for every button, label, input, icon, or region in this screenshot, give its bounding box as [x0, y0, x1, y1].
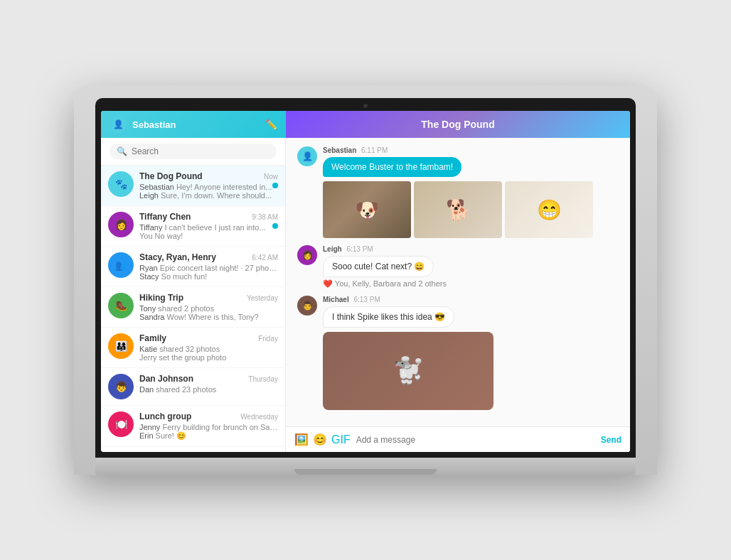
msg-avatar-sebastian: 👤 [297, 146, 317, 166]
app-container: 👤 Sebastian ✏️ The Dog Pound 🔍 [101, 111, 630, 452]
msg-time: 6:11 PM [361, 146, 388, 154]
edit-icon[interactable]: ✏️ [265, 119, 277, 130]
msg-bubble: Welcome Buster to the fambam! [323, 157, 461, 177]
convo-avatar: 👥 [108, 252, 134, 278]
input-icons: 🖼️ 😊 GIF [294, 433, 351, 446]
convo-top: Hiking Trip Yesterday [139, 293, 278, 303]
convo-content: The Dog Pound Now Sebastian Hey! Anyone … [139, 171, 278, 200]
msg-single-image[interactable] [323, 332, 493, 410]
msg-sender: Leigh [323, 245, 342, 253]
messages-container: 👤 Sebastian 6:11 PM Welcome Buster to th… [286, 138, 630, 426]
search-input-wrap[interactable]: 🔍 [110, 144, 277, 159]
message-input[interactable] [356, 435, 595, 445]
app-body: 🔍 🐾 The Dog Pound [101, 138, 630, 452]
msg-body: Michael 6:13 PM I think Spike likes this… [323, 296, 619, 410]
search-input[interactable] [132, 146, 270, 156]
msg-time: 6:13 PM [353, 296, 380, 303]
msg-avatar-leigh: 👩 [297, 245, 317, 265]
convo-time: Wednesday [240, 413, 278, 421]
chat-title: The Dog Pound [421, 119, 494, 130]
image-attach-icon[interactable]: 🖼️ [294, 433, 309, 446]
screen-bezel: 👤 Sebastian ✏️ The Dog Pound 🔍 [95, 98, 636, 458]
convo-avatar: 👦 [108, 374, 134, 399]
convo-preview: Tiffany I can't believe I just ran into.… [139, 223, 278, 232]
convo-name: Family [139, 333, 166, 343]
convo-item-lunch-group[interactable]: 🍽️ Lunch group Wednesday Jenny Ferry bui… [101, 406, 285, 447]
convo-time: Thursday [248, 375, 278, 383]
convo-name: Tiffany Chen [139, 212, 191, 222]
dog-image-4[interactable] [323, 332, 493, 410]
convo-preview2: Leigh Sure, I'm down. Where should... [139, 191, 278, 200]
convo-preview: Dan shared 23 photos [139, 385, 278, 394]
user-avatar: 👤 [110, 116, 127, 133]
message-group-leigh: 👩 Leigh 6:13 PM Sooo cute! Cat next? 😄 ❤… [297, 245, 619, 289]
convo-item-tiffany-chen[interactable]: 👩 Tiffany Chen 9:38 AM Tiffany I can't b… [101, 206, 285, 247]
convo-preview2: Sandra Wow! Where is this, Tony? [139, 313, 278, 321]
msg-time: 6:13 PM [346, 245, 373, 253]
convo-top: Stacy, Ryan, Henry 6:42 AM [139, 252, 278, 262]
convo-name: Stacy, Ryan, Henry [139, 252, 216, 262]
msg-sender: Michael [323, 296, 349, 303]
msg-bubble: Sooo cute! Cat next? 😄 [323, 256, 434, 277]
convo-item-the-dog-pound[interactable]: 🐾 The Dog Pound Now Sebastian Hey! Anyon… [101, 166, 285, 206]
convo-top: The Dog Pound Now [139, 171, 278, 181]
message-group-sebastian: 👤 Sebastian 6:11 PM Welcome Buster to th… [297, 146, 619, 238]
convo-name: Dan Johnson [139, 374, 193, 384]
convo-preview2: You No way! [139, 232, 278, 240]
convo-content: Hiking Trip Yesterday Tony shared 2 phot… [139, 293, 278, 321]
convo-preview: Jenny Ferry building for brunch on Satur… [139, 423, 278, 431]
conversations-list: 🐾 The Dog Pound Now Sebastian Hey! Anyon… [101, 166, 285, 452]
convo-preview2: Erin Sure! 😊 [139, 431, 278, 441]
msg-bubble: I think Spike likes this idea 😎 [323, 306, 454, 328]
emoji-icon[interactable]: 😊 [313, 433, 327, 446]
sidebar: 🔍 🐾 The Dog Pound [101, 138, 286, 452]
dog-image-2[interactable] [414, 181, 502, 238]
gif-icon[interactable]: GIF [331, 434, 351, 446]
convo-content: Stacy, Ryan, Henry 6:42 AM Ryan Epic con… [139, 252, 278, 281]
convo-preview2: Jerry set the group photo [139, 353, 278, 362]
convo-avatar: 🐾 [108, 171, 134, 197]
msg-reaction: ❤️ You, Kelly, Barbara and 2 others [323, 279, 619, 289]
convo-avatar: 🍽️ [108, 411, 134, 437]
convo-top: Dan Johnson Thursday [139, 374, 278, 384]
message-input-bar: 🖼️ 😊 GIF Send [286, 426, 630, 452]
send-button[interactable]: Send [601, 435, 621, 445]
msg-body: Sebastian 6:11 PM Welcome Buster to the … [323, 146, 619, 238]
msg-meta: Sebastian 6:11 PM [323, 146, 619, 154]
convo-avatar: 👩 [108, 212, 134, 237]
convo-item-hiking-trip[interactable]: 🥾 Hiking Trip Yesterday Tony shared 2 ph… [101, 287, 285, 328]
convo-time: Friday [258, 335, 278, 343]
convo-content: Dan Johnson Thursday Dan shared 23 photo… [139, 374, 278, 394]
convo-preview: Katie shared 32 photos [139, 345, 278, 353]
unread-dot [272, 223, 278, 229]
msg-meta: Michael 6:13 PM [323, 296, 619, 303]
convo-item-michael-stone[interactable]: 👨 Michael Stone Tuesday Michael shared 1… [101, 447, 285, 452]
laptop-frame: 👤 Sebastian ✏️ The Dog Pound 🔍 [74, 85, 657, 475]
user-name: Sebastian [132, 119, 265, 130]
convo-content: Lunch group Wednesday Jenny Ferry buildi… [139, 411, 278, 441]
convo-top: Family Friday [139, 333, 278, 343]
sidebar-header: 👤 Sebastian ✏️ [101, 111, 286, 138]
convo-item-dan-johnson[interactable]: 👦 Dan Johnson Thursday Dan shared 23 pho… [101, 368, 285, 406]
laptop-base [95, 458, 636, 475]
chat-header: The Dog Pound [286, 111, 630, 138]
convo-item-stacy-ryan-henry[interactable]: 👥 Stacy, Ryan, Henry 6:42 AM Ryan Epic c… [101, 247, 285, 287]
laptop-screen: 👤 Sebastian ✏️ The Dog Pound 🔍 [101, 111, 630, 452]
convo-avatar: 👨‍👩‍👧 [108, 333, 134, 359]
convo-top: Tiffany Chen 9:38 AM [139, 212, 278, 222]
convo-content: Tiffany Chen 9:38 AM Tiffany I can't bel… [139, 212, 278, 240]
search-bar: 🔍 [101, 138, 285, 166]
convo-name: Lunch group [139, 411, 191, 421]
convo-time: Now [264, 173, 278, 181]
msg-body: Leigh 6:13 PM Sooo cute! Cat next? 😄 ❤️ … [323, 245, 619, 289]
convo-preview: Ryan Epic concert last night! · 27 photo… [139, 264, 278, 272]
msg-avatar-michael: 👨 [297, 296, 317, 316]
convo-time: Yesterday [247, 294, 278, 302]
dog-image-3[interactable] [505, 181, 593, 238]
convo-name: Hiking Trip [139, 293, 183, 303]
convo-item-family[interactable]: 👨‍👩‍👧 Family Friday Katie shared 32 phot… [101, 328, 285, 368]
msg-meta: Leigh 6:13 PM [323, 245, 619, 253]
convo-time: 6:42 AM [252, 254, 278, 262]
dog-image-1[interactable] [323, 181, 411, 238]
msg-sender: Sebastian [323, 146, 356, 154]
